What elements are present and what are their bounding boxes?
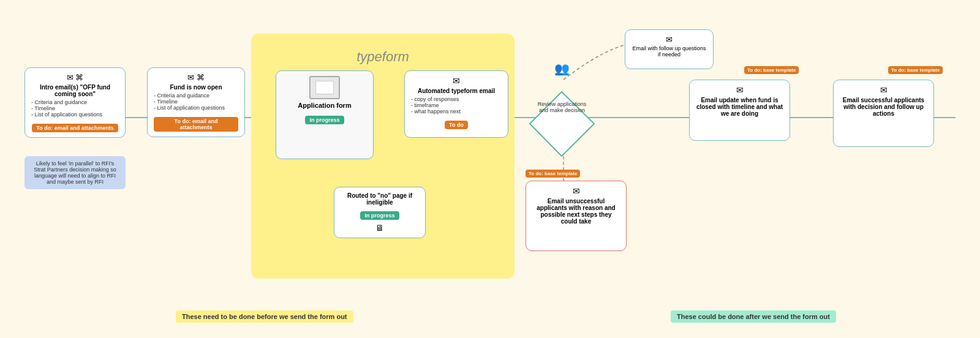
fund-open-card[interactable]: ✉ ⌘ Fund is now open - Criteria and guid… — [147, 67, 245, 137]
email-update-badge: To do: base template — [744, 66, 799, 74]
diamond-svg: Review applications and make decision — [527, 89, 597, 159]
email-followup-title: Email with follow up questions if needed — [631, 45, 707, 58]
email-successful-badge: To do: base template — [888, 66, 943, 74]
email-successful-card[interactable]: ✉ Email successful applicants with decis… — [833, 80, 934, 147]
intro-email-icon: ✉ ⌘ — [31, 73, 119, 82]
email-followup-card[interactable]: ✉ Email with follow up questions if need… — [625, 29, 714, 69]
automated-email-icon: ✉ — [411, 76, 502, 86]
routed-no-card[interactable]: Routed to "no" page if ineligible In pro… — [334, 187, 426, 238]
email-update-title: Email update when fund is closed with ti… — [696, 97, 783, 117]
banner-after: These could be done after we send the fo… — [671, 310, 836, 323]
routed-no-status: In progress — [360, 211, 399, 220]
automated-email-badge: To do — [445, 121, 468, 129]
monitor-icon — [309, 76, 340, 99]
email-unsuccessful-card[interactable]: ✉ Email unsuccessful applicants with rea… — [526, 181, 627, 251]
email-successful-title: Email successful applicants with decisio… — [840, 97, 927, 117]
intro-email-card[interactable]: ✉ ⌘ Intro email(s) "OFP fund coming soon… — [24, 67, 126, 138]
application-form-card[interactable]: Application form In progress — [276, 70, 374, 159]
routed-no-title: Routed to "no" page if ineligible — [341, 192, 419, 206]
review-decision-diamond[interactable]: Review applications and make decision — [527, 89, 597, 160]
application-form-status: In progress — [305, 116, 344, 124]
email-unsuccessful-badge: To do: base template — [526, 170, 580, 178]
fund-open-badge: To do: email and attachments — [154, 117, 238, 132]
automated-email-lines: - copy of responses- timeframe- what hap… — [411, 96, 502, 115]
intro-email-badge: To do: email and attachments — [32, 124, 118, 132]
routed-no-monitor: 🖥 — [341, 223, 419, 233]
intro-email-title: Intro email(s) "OFP fund coming soon" — [31, 84, 119, 97]
automated-email-card[interactable]: ✉ Automated typeform email - copy of res… — [404, 70, 508, 138]
email-unsuccessful-title: Email unsuccessful applicants with reaso… — [532, 198, 620, 225]
banner-before: These need to be done before we send the… — [176, 310, 353, 323]
email-followup-icon: ✉ — [631, 35, 707, 44]
fund-open-lines: - Criteria and guidance- Timeline- List … — [154, 92, 238, 111]
intro-email-lines: - Criteria and guidance- Timeline- List … — [31, 99, 119, 118]
typeform-label: typeform — [251, 49, 514, 65]
email-update-icon: ✉ — [696, 85, 783, 95]
fund-open-icon: ✉ ⌘ — [154, 73, 238, 82]
email-successful-icon: ✉ — [840, 85, 927, 95]
email-unsuccessful-icon: ✉ — [532, 186, 620, 196]
application-form-title: Application form — [282, 102, 367, 109]
intro-email-note: Likely to feel 'in parallel' to RFI's St… — [24, 156, 126, 189]
automated-email-title: Automated typeform email — [411, 88, 502, 94]
canvas: typeform ✉ ⌘ Intro email(s) "OFP fund co… — [0, 0, 980, 338]
people-icon: 👥 — [554, 61, 570, 76]
fund-open-title: Fund is now open — [154, 84, 238, 91]
email-update-card[interactable]: ✉ Email update when fund is closed with … — [689, 80, 790, 141]
